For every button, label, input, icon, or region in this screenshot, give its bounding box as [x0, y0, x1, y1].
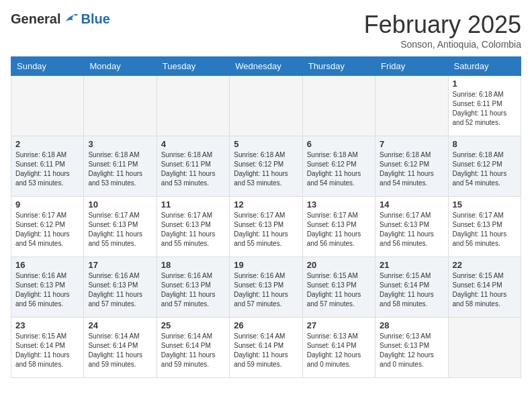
day-number: 10: [88, 199, 152, 210]
page-header: General Blue February 2025 Sonson, Antio…: [11, 11, 521, 50]
calendar-cell: [230, 76, 302, 136]
day-number: 3: [88, 139, 152, 149]
day-info: Sunrise: 6:15 AM Sunset: 6:14 PM Dayligh…: [453, 271, 517, 309]
weekday-header-row: SundayMondayTuesdayWednesdayThursdayFrid…: [11, 57, 521, 76]
weekday-header-monday: Monday: [84, 57, 157, 76]
day-number: 5: [234, 139, 298, 149]
day-number: 17: [88, 260, 152, 270]
day-info: Sunrise: 6:14 AM Sunset: 6:14 PM Dayligh…: [88, 332, 152, 369]
logo-blue-text: Blue: [81, 11, 109, 27]
day-number: 20: [307, 260, 371, 270]
calendar-cell: 19Sunrise: 6:16 AM Sunset: 6:13 PM Dayli…: [230, 257, 302, 318]
day-number: 28: [380, 320, 443, 330]
day-number: 23: [15, 320, 79, 330]
calendar-cell: 16Sunrise: 6:16 AM Sunset: 6:13 PM Dayli…: [11, 257, 84, 318]
calendar-cell: 5Sunrise: 6:18 AM Sunset: 6:12 PM Daylig…: [230, 136, 302, 197]
calendar-cell: 20Sunrise: 6:15 AM Sunset: 6:13 PM Dayli…: [302, 257, 375, 318]
day-info: Sunrise: 6:18 AM Sunset: 6:12 PM Dayligh…: [453, 150, 517, 188]
day-number: 9: [15, 199, 79, 210]
calendar-cell: 27Sunrise: 6:13 AM Sunset: 6:14 PM Dayli…: [302, 318, 375, 378]
day-info: Sunrise: 6:17 AM Sunset: 6:13 PM Dayligh…: [161, 211, 225, 248]
day-info: Sunrise: 6:17 AM Sunset: 6:13 PM Dayligh…: [88, 211, 152, 248]
calendar-cell: 26Sunrise: 6:14 AM Sunset: 6:14 PM Dayli…: [230, 318, 302, 378]
location-text: Sonson, Antioquia, Colombia: [364, 39, 521, 50]
day-number: 16: [15, 260, 79, 270]
weekday-header-wednesday: Wednesday: [230, 57, 302, 76]
day-info: Sunrise: 6:13 AM Sunset: 6:13 PM Dayligh…: [380, 332, 443, 369]
day-info: Sunrise: 6:18 AM Sunset: 6:11 PM Dayligh…: [15, 150, 79, 188]
day-number: 18: [161, 260, 225, 270]
day-number: 12: [234, 199, 298, 210]
calendar-cell: 12Sunrise: 6:17 AM Sunset: 6:13 PM Dayli…: [230, 197, 302, 257]
day-info: Sunrise: 6:18 AM Sunset: 6:11 PM Dayligh…: [88, 150, 152, 188]
week-row-3: 9Sunrise: 6:17 AM Sunset: 6:12 PM Daylig…: [11, 197, 521, 257]
calendar-cell: [157, 76, 229, 136]
calendar-cell: [11, 76, 84, 136]
calendar-cell: 8Sunrise: 6:18 AM Sunset: 6:12 PM Daylig…: [448, 136, 521, 197]
weekday-header-friday: Friday: [375, 57, 448, 76]
calendar-cell: 3Sunrise: 6:18 AM Sunset: 6:11 PM Daylig…: [84, 136, 157, 197]
title-section: February 2025 Sonson, Antioquia, Colombi…: [364, 11, 521, 50]
calendar-cell: 23Sunrise: 6:15 AM Sunset: 6:14 PM Dayli…: [11, 318, 84, 378]
calendar-table: SundayMondayTuesdayWednesdayThursdayFrid…: [11, 56, 521, 378]
calendar-cell: [84, 76, 157, 136]
month-title: February 2025: [364, 11, 521, 39]
day-number: 14: [380, 199, 443, 210]
day-number: 13: [307, 199, 371, 210]
calendar-cell: 21Sunrise: 6:15 AM Sunset: 6:14 PM Dayli…: [375, 257, 448, 318]
calendar-cell: 22Sunrise: 6:15 AM Sunset: 6:14 PM Dayli…: [448, 257, 521, 318]
day-number: 7: [380, 139, 443, 149]
calendar-cell: 25Sunrise: 6:14 AM Sunset: 6:14 PM Dayli…: [157, 318, 229, 378]
logo-general-text: General: [11, 11, 60, 27]
logo: General Blue: [11, 11, 110, 27]
day-info: Sunrise: 6:13 AM Sunset: 6:14 PM Dayligh…: [307, 332, 371, 369]
day-info: Sunrise: 6:17 AM Sunset: 6:13 PM Dayligh…: [307, 211, 371, 248]
day-number: 8: [453, 139, 517, 149]
calendar-cell: 18Sunrise: 6:16 AM Sunset: 6:13 PM Dayli…: [157, 257, 229, 318]
day-info: Sunrise: 6:16 AM Sunset: 6:13 PM Dayligh…: [161, 271, 225, 309]
day-number: 4: [161, 139, 225, 149]
logo-bird-icon: [63, 11, 79, 27]
calendar-cell: 9Sunrise: 6:17 AM Sunset: 6:12 PM Daylig…: [11, 197, 84, 257]
day-number: 15: [453, 199, 517, 210]
day-number: 11: [161, 199, 225, 210]
day-info: Sunrise: 6:18 AM Sunset: 6:12 PM Dayligh…: [380, 150, 443, 188]
day-info: Sunrise: 6:18 AM Sunset: 6:12 PM Dayligh…: [307, 150, 371, 188]
day-info: Sunrise: 6:14 AM Sunset: 6:14 PM Dayligh…: [234, 332, 298, 369]
week-row-2: 2Sunrise: 6:18 AM Sunset: 6:11 PM Daylig…: [11, 136, 521, 197]
calendar-cell: 10Sunrise: 6:17 AM Sunset: 6:13 PM Dayli…: [84, 197, 157, 257]
calendar-cell: [375, 76, 448, 136]
week-row-4: 16Sunrise: 6:16 AM Sunset: 6:13 PM Dayli…: [11, 257, 521, 318]
day-number: 26: [234, 320, 298, 330]
day-info: Sunrise: 6:17 AM Sunset: 6:13 PM Dayligh…: [380, 211, 443, 248]
calendar-cell: 17Sunrise: 6:16 AM Sunset: 6:13 PM Dayli…: [84, 257, 157, 318]
calendar-cell: 15Sunrise: 6:17 AM Sunset: 6:13 PM Dayli…: [448, 197, 521, 257]
weekday-header-thursday: Thursday: [302, 57, 375, 76]
calendar-cell: [448, 318, 521, 378]
day-info: Sunrise: 6:17 AM Sunset: 6:13 PM Dayligh…: [453, 211, 517, 248]
day-number: 27: [307, 320, 371, 330]
day-number: 2: [15, 139, 79, 149]
calendar-cell: 4Sunrise: 6:18 AM Sunset: 6:11 PM Daylig…: [157, 136, 229, 197]
day-info: Sunrise: 6:17 AM Sunset: 6:13 PM Dayligh…: [234, 211, 298, 248]
day-number: 24: [88, 320, 152, 330]
calendar-cell: 24Sunrise: 6:14 AM Sunset: 6:14 PM Dayli…: [84, 318, 157, 378]
day-number: 21: [380, 260, 443, 270]
day-info: Sunrise: 6:16 AM Sunset: 6:13 PM Dayligh…: [88, 271, 152, 309]
week-row-5: 23Sunrise: 6:15 AM Sunset: 6:14 PM Dayli…: [11, 318, 521, 378]
calendar-cell: 14Sunrise: 6:17 AM Sunset: 6:13 PM Dayli…: [375, 197, 448, 257]
day-info: Sunrise: 6:15 AM Sunset: 6:13 PM Dayligh…: [307, 271, 371, 309]
day-info: Sunrise: 6:15 AM Sunset: 6:14 PM Dayligh…: [15, 332, 79, 369]
day-info: Sunrise: 6:18 AM Sunset: 6:11 PM Dayligh…: [161, 150, 225, 188]
day-info: Sunrise: 6:17 AM Sunset: 6:12 PM Dayligh…: [15, 211, 79, 248]
day-info: Sunrise: 6:18 AM Sunset: 6:12 PM Dayligh…: [234, 150, 298, 188]
day-number: 1: [453, 79, 517, 89]
calendar-cell: 13Sunrise: 6:17 AM Sunset: 6:13 PM Dayli…: [302, 197, 375, 257]
calendar-cell: 2Sunrise: 6:18 AM Sunset: 6:11 PM Daylig…: [11, 136, 84, 197]
weekday-header-sunday: Sunday: [11, 57, 84, 76]
weekday-header-tuesday: Tuesday: [157, 57, 229, 76]
day-number: 6: [307, 139, 371, 149]
day-info: Sunrise: 6:14 AM Sunset: 6:14 PM Dayligh…: [161, 332, 225, 369]
day-info: Sunrise: 6:16 AM Sunset: 6:13 PM Dayligh…: [15, 271, 79, 309]
weekday-header-saturday: Saturday: [448, 57, 521, 76]
